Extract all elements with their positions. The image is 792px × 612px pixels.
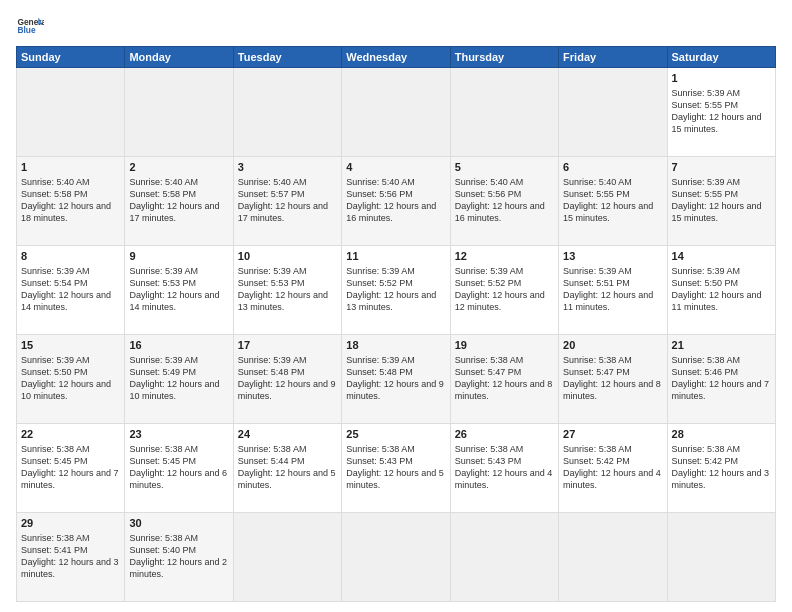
daylight: Daylight: 12 hours and 14 minutes. xyxy=(21,290,111,312)
sunrise: Sunrise: 5:38 AM xyxy=(129,533,198,543)
daylight: Daylight: 12 hours and 5 minutes. xyxy=(346,468,444,490)
sunset: Sunset: 5:40 PM xyxy=(129,545,196,555)
sunrise: Sunrise: 5:40 AM xyxy=(455,177,524,187)
calendar-cell: 2Sunrise: 5:40 AMSunset: 5:58 PMDaylight… xyxy=(125,157,233,246)
day-number: 10 xyxy=(238,249,337,264)
calendar-cell: 23Sunrise: 5:38 AMSunset: 5:45 PMDayligh… xyxy=(125,424,233,513)
sunset: Sunset: 5:58 PM xyxy=(21,189,88,199)
sunset: Sunset: 5:42 PM xyxy=(563,456,630,466)
sunset: Sunset: 5:48 PM xyxy=(346,367,413,377)
sunrise: Sunrise: 5:38 AM xyxy=(455,444,524,454)
calendar-cell: 19Sunrise: 5:38 AMSunset: 5:47 PMDayligh… xyxy=(450,335,558,424)
svg-text:Blue: Blue xyxy=(17,25,35,35)
calendar-cell: 13Sunrise: 5:39 AMSunset: 5:51 PMDayligh… xyxy=(559,246,667,335)
sunrise: Sunrise: 5:38 AM xyxy=(21,533,90,543)
day-number: 2 xyxy=(129,160,228,175)
day-number: 20 xyxy=(563,338,662,353)
calendar-cell: 14Sunrise: 5:39 AMSunset: 5:50 PMDayligh… xyxy=(667,246,775,335)
sunrise: Sunrise: 5:39 AM xyxy=(238,266,307,276)
sunset: Sunset: 5:43 PM xyxy=(346,456,413,466)
sunrise: Sunrise: 5:39 AM xyxy=(21,266,90,276)
calendar-cell: 21Sunrise: 5:38 AMSunset: 5:46 PMDayligh… xyxy=(667,335,775,424)
day-number: 27 xyxy=(563,427,662,442)
sunset: Sunset: 5:54 PM xyxy=(21,278,88,288)
sunrise: Sunrise: 5:40 AM xyxy=(21,177,90,187)
calendar-cell xyxy=(233,513,341,602)
day-number: 1 xyxy=(672,71,771,86)
daylight: Daylight: 12 hours and 18 minutes. xyxy=(21,201,111,223)
calendar-cell: 16Sunrise: 5:39 AMSunset: 5:49 PMDayligh… xyxy=(125,335,233,424)
daylight: Daylight: 12 hours and 7 minutes. xyxy=(21,468,119,490)
sunrise: Sunrise: 5:39 AM xyxy=(563,266,632,276)
sunrise: Sunrise: 5:38 AM xyxy=(238,444,307,454)
daylight: Daylight: 12 hours and 2 minutes. xyxy=(129,557,227,579)
calendar-week-row: 22Sunrise: 5:38 AMSunset: 5:45 PMDayligh… xyxy=(17,424,776,513)
calendar-cell: 24Sunrise: 5:38 AMSunset: 5:44 PMDayligh… xyxy=(233,424,341,513)
sunrise: Sunrise: 5:39 AM xyxy=(129,355,198,365)
daylight: Daylight: 12 hours and 10 minutes. xyxy=(129,379,219,401)
sunset: Sunset: 5:52 PM xyxy=(346,278,413,288)
sunset: Sunset: 5:56 PM xyxy=(346,189,413,199)
calendar-cell: 7Sunrise: 5:39 AMSunset: 5:55 PMDaylight… xyxy=(667,157,775,246)
calendar-cell: 29Sunrise: 5:38 AMSunset: 5:41 PMDayligh… xyxy=(17,513,125,602)
calendar-cell: 12Sunrise: 5:39 AMSunset: 5:52 PMDayligh… xyxy=(450,246,558,335)
sunrise: Sunrise: 5:39 AM xyxy=(346,355,415,365)
sunrise: Sunrise: 5:38 AM xyxy=(346,444,415,454)
sunrise: Sunrise: 5:38 AM xyxy=(21,444,90,454)
day-number: 25 xyxy=(346,427,445,442)
logo-icon: General Blue xyxy=(16,12,44,40)
sunrise: Sunrise: 5:39 AM xyxy=(672,88,741,98)
sunset: Sunset: 5:56 PM xyxy=(455,189,522,199)
calendar-day-header: Thursday xyxy=(450,47,558,68)
daylight: Daylight: 12 hours and 4 minutes. xyxy=(563,468,661,490)
day-number: 30 xyxy=(129,516,228,531)
calendar-week-row: 15Sunrise: 5:39 AMSunset: 5:50 PMDayligh… xyxy=(17,335,776,424)
day-number: 13 xyxy=(563,249,662,264)
daylight: Daylight: 12 hours and 7 minutes. xyxy=(672,379,770,401)
calendar-cell: 20Sunrise: 5:38 AMSunset: 5:47 PMDayligh… xyxy=(559,335,667,424)
sunset: Sunset: 5:53 PM xyxy=(129,278,196,288)
sunset: Sunset: 5:52 PM xyxy=(455,278,522,288)
calendar-cell: 1Sunrise: 5:39 AMSunset: 5:55 PMDaylight… xyxy=(667,68,775,157)
sunrise: Sunrise: 5:39 AM xyxy=(129,266,198,276)
daylight: Daylight: 12 hours and 16 minutes. xyxy=(455,201,545,223)
calendar-week-row: 8Sunrise: 5:39 AMSunset: 5:54 PMDaylight… xyxy=(17,246,776,335)
calendar-cell xyxy=(342,513,450,602)
calendar-cell xyxy=(17,68,125,157)
sunset: Sunset: 5:47 PM xyxy=(563,367,630,377)
sunrise: Sunrise: 5:38 AM xyxy=(129,444,198,454)
daylight: Daylight: 12 hours and 9 minutes. xyxy=(238,379,336,401)
sunset: Sunset: 5:45 PM xyxy=(21,456,88,466)
day-number: 5 xyxy=(455,160,554,175)
sunset: Sunset: 5:53 PM xyxy=(238,278,305,288)
sunrise: Sunrise: 5:39 AM xyxy=(238,355,307,365)
day-number: 3 xyxy=(238,160,337,175)
calendar-cell: 26Sunrise: 5:38 AMSunset: 5:43 PMDayligh… xyxy=(450,424,558,513)
sunrise: Sunrise: 5:40 AM xyxy=(346,177,415,187)
calendar-cell: 9Sunrise: 5:39 AMSunset: 5:53 PMDaylight… xyxy=(125,246,233,335)
daylight: Daylight: 12 hours and 8 minutes. xyxy=(455,379,553,401)
calendar-cell: 27Sunrise: 5:38 AMSunset: 5:42 PMDayligh… xyxy=(559,424,667,513)
sunset: Sunset: 5:46 PM xyxy=(672,367,739,377)
calendar-day-header: Friday xyxy=(559,47,667,68)
day-number: 12 xyxy=(455,249,554,264)
calendar-day-header: Tuesday xyxy=(233,47,341,68)
day-number: 19 xyxy=(455,338,554,353)
calendar-week-row: 29Sunrise: 5:38 AMSunset: 5:41 PMDayligh… xyxy=(17,513,776,602)
calendar-cell: 5Sunrise: 5:40 AMSunset: 5:56 PMDaylight… xyxy=(450,157,558,246)
calendar-cell: 8Sunrise: 5:39 AMSunset: 5:54 PMDaylight… xyxy=(17,246,125,335)
page: General Blue SundayMondayTuesdayWednesda… xyxy=(0,0,792,612)
daylight: Daylight: 12 hours and 9 minutes. xyxy=(346,379,444,401)
sunrise: Sunrise: 5:38 AM xyxy=(672,444,741,454)
daylight: Daylight: 12 hours and 15 minutes. xyxy=(563,201,653,223)
sunrise: Sunrise: 5:39 AM xyxy=(672,177,741,187)
calendar-cell: 11Sunrise: 5:39 AMSunset: 5:52 PMDayligh… xyxy=(342,246,450,335)
sunset: Sunset: 5:55 PM xyxy=(563,189,630,199)
calendar-cell xyxy=(125,68,233,157)
calendar-cell: 6Sunrise: 5:40 AMSunset: 5:55 PMDaylight… xyxy=(559,157,667,246)
day-number: 17 xyxy=(238,338,337,353)
day-number: 4 xyxy=(346,160,445,175)
calendar-day-header: Wednesday xyxy=(342,47,450,68)
sunrise: Sunrise: 5:39 AM xyxy=(21,355,90,365)
sunset: Sunset: 5:47 PM xyxy=(455,367,522,377)
